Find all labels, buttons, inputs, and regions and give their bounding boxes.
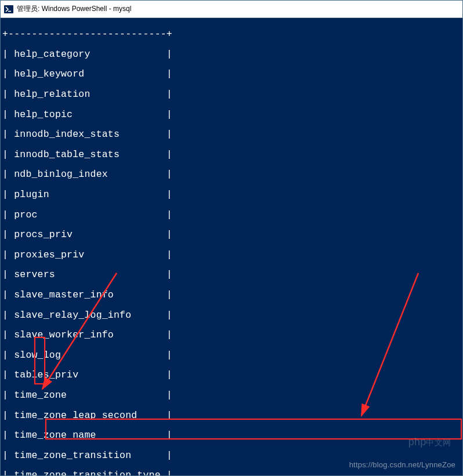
table-row: | time_zone_name | bbox=[2, 430, 462, 440]
powershell-window: 管理员: Windows PowerShell - mysql +-------… bbox=[0, 0, 463, 476]
table-row: | ndb_binlog_index | bbox=[2, 169, 462, 179]
table-row: | procs_priv | bbox=[2, 230, 462, 239]
arrow-annotation-2-icon bbox=[1, 18, 462, 475]
table-row: | help_topic | bbox=[2, 110, 462, 119]
table-row: | plugin | bbox=[2, 190, 462, 199]
table-border: +---------------------------+ bbox=[2, 29, 462, 39]
table-row: | tables_priv | bbox=[2, 370, 462, 380]
table-row: | time_zone_leap_second | bbox=[2, 410, 462, 420]
table-row: | slave_master_info | bbox=[2, 290, 462, 300]
table-row: | time_zone_transition_type | bbox=[2, 470, 462, 475]
table-row: | help_keyword | bbox=[2, 69, 462, 79]
table-row: | time_zone_transition | bbox=[2, 450, 462, 460]
table-row: | servers | bbox=[2, 270, 462, 279]
table-row: | time_zone | bbox=[2, 390, 462, 400]
window-title: 管理员: Windows PowerShell - mysql bbox=[17, 4, 131, 14]
table-row: | slave_worker_info | bbox=[2, 330, 462, 340]
table-row: | slave_relay_log_info | bbox=[2, 310, 462, 320]
table-row: | help_relation | bbox=[2, 89, 462, 99]
table-row: | slow_log | bbox=[2, 350, 462, 360]
table-row: | proxies_priv | bbox=[2, 250, 462, 260]
arrow-annotation-1-icon bbox=[1, 18, 462, 475]
watermark-csdn: https://blog.csdn.net/LynneZoe bbox=[349, 460, 455, 470]
table-row: | innodb_table_stats | bbox=[2, 150, 462, 159]
powershell-icon bbox=[4, 5, 13, 14]
table-row: | proc | bbox=[2, 210, 462, 220]
terminal[interactable]: +---------------------------+ | help_cat… bbox=[1, 18, 462, 475]
titlebar[interactable]: 管理员: Windows PowerShell - mysql bbox=[1, 1, 462, 18]
table-row: | innodb_index_stats | bbox=[2, 129, 462, 139]
table-row: | help_category | bbox=[2, 49, 462, 59]
